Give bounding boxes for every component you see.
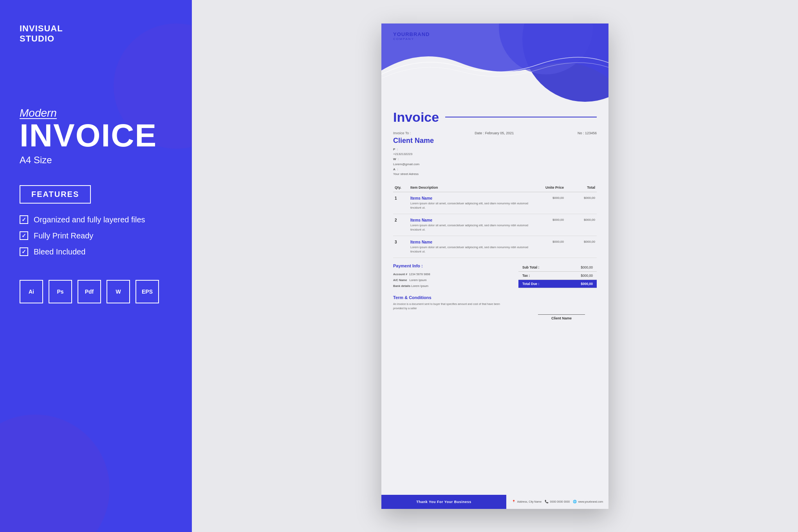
invoice-header: YOURBRAND COMPANY xyxy=(381,23,608,102)
subtotal-value: $000,00 xyxy=(581,265,593,269)
footer-info-section: 📍 Address, City Name 📞 0000 0000 0000 🌐 … xyxy=(506,500,608,503)
subtotal-label: Sub Total : xyxy=(522,265,539,269)
table-row: 2 Items Name Lorem ipsum dolor sit amet,… xyxy=(393,214,597,236)
row2-price: $000,00 xyxy=(530,214,565,236)
web-icon: 🌐 xyxy=(573,500,577,503)
footer-web-text: www.yourbrand.com xyxy=(578,500,603,503)
row1-qty: 1 xyxy=(393,192,409,214)
file-badge-word: W xyxy=(107,280,130,303)
tax-row: Tax : $000,00 xyxy=(518,272,597,280)
footer-address-text: Address, City Name xyxy=(517,500,542,503)
brand-sub: COMPANY xyxy=(393,37,430,41)
row1-price: $000,00 xyxy=(530,192,565,214)
row1-desc: Items Name Lorem ipsum dolor sit amet, c… xyxy=(409,192,530,214)
client-info: P : +2132132223 W : Lorem@gmail.com A : … xyxy=(393,147,597,177)
row3-qty: 3 xyxy=(393,236,409,258)
footer-address-item: 📍 Address, City Name xyxy=(512,500,542,503)
location-icon: 📍 xyxy=(512,500,516,503)
file-badge-ai: Ai xyxy=(20,280,43,303)
table-row: 1 Items Name Lorem ipsum dolor sit amet,… xyxy=(393,192,597,214)
features-box: FEATURES xyxy=(20,185,91,204)
left-panel: INVISUAL STUDIO Modern INVOICE A4 Size F… xyxy=(0,0,192,532)
feature-text-3: Bleed Included xyxy=(34,247,85,256)
checkbox-icon-2 xyxy=(20,231,28,240)
row1-total: $000,00 xyxy=(565,192,597,214)
terms-title: Term & Conditions xyxy=(393,295,597,300)
feature-item-1: Organized and fully layered files xyxy=(20,215,172,224)
tax-value: $000,00 xyxy=(581,274,593,278)
invoice-document: YOURBRAND COMPANY Invoice Invoice To : D… xyxy=(381,23,608,509)
footer-blue-section: Thank You For Your Business xyxy=(381,495,506,509)
payment-info: Payment Info : Account # 1234 5678 9898 … xyxy=(393,263,511,289)
feature-item-3: Bleed Included xyxy=(20,247,172,256)
totals-box: Sub Total : $000,00 Tax : $000,00 Total … xyxy=(518,263,597,289)
features-list: Organized and fully layered files Fully … xyxy=(20,215,172,256)
file-types: Ai Ps Pdf W EPS xyxy=(20,280,172,303)
total-due-row: Total Due : $000,00 xyxy=(518,280,597,288)
brand-main: YOURBRAND xyxy=(393,31,430,37)
invoice-title-row: Invoice xyxy=(393,110,597,125)
invoice-heading: Invoice xyxy=(393,110,439,125)
file-badge-ps: Ps xyxy=(49,280,72,303)
right-panel: YOURBRAND COMPANY Invoice Invoice To : D… xyxy=(192,0,798,532)
signature-label: Client Name xyxy=(538,316,585,320)
phone-icon: 📞 xyxy=(545,500,549,503)
client-name: Client Name xyxy=(393,137,597,145)
feature-text-1: Organized and fully layered files xyxy=(34,215,145,224)
client-web: W : Lorem@gmail.com xyxy=(393,157,597,167)
invoice-meta-row: Invoice To : Date : February 05, 2021 No… xyxy=(393,131,597,135)
checkbox-icon-1 xyxy=(20,215,28,224)
row2-desc: Items Name Lorem ipsum dolor sit amet, c… xyxy=(409,214,530,236)
col-price: Unite Price xyxy=(530,183,565,192)
row3-desc: Items Name Lorem ipsum dolor sit amet, c… xyxy=(409,236,530,258)
client-phone: P : +2132132223 xyxy=(393,147,597,157)
file-badge-pdf: Pdf xyxy=(78,280,101,303)
subtotal-row: Sub Total : $000,00 xyxy=(518,263,597,272)
invoice-date: Date : February 05, 2021 xyxy=(475,131,514,135)
brand-block: YOURBRAND COMPANY xyxy=(393,31,430,41)
payment-details: Account # 1234 5678 9898 A/C Name Lorem … xyxy=(393,271,511,289)
signature-block: Client Name xyxy=(538,314,585,320)
file-badge-eps: EPS xyxy=(135,280,159,303)
row3-total: $000,00 xyxy=(565,236,597,258)
bottom-section: Payment Info : Account # 1234 5678 9898 … xyxy=(393,263,597,289)
tax-label: Tax : xyxy=(522,274,530,278)
checkbox-icon-3 xyxy=(20,247,28,256)
payment-account-row: Account # 1234 5678 9898 xyxy=(393,272,430,276)
title-divider xyxy=(445,117,597,117)
payment-ac-row: A/C Name Lorem Ipsum xyxy=(393,278,426,282)
feature-item-2: Fully Print Ready xyxy=(20,231,172,240)
col-qty: Qty. xyxy=(393,183,409,192)
payment-title: Payment Info : xyxy=(393,263,511,268)
row2-qty: 2 xyxy=(393,214,409,236)
row3-price: $000,00 xyxy=(530,236,565,258)
footer-web-item: 🌐 www.yourbrand.com xyxy=(573,500,603,503)
footer-phone-item: 📞 0000 0000 0000 xyxy=(545,500,570,503)
total-due-value: $000,00 xyxy=(581,282,593,286)
client-address: A : Your street Adress xyxy=(393,167,597,177)
size-label: A4 Size xyxy=(20,155,172,166)
invoice-number: No : 123456 xyxy=(578,131,597,135)
payment-bank-row: Bank details Lorem Ipsum xyxy=(393,284,428,288)
signature-line xyxy=(538,314,585,315)
features-label: FEATURES xyxy=(31,190,79,198)
terms-section: Term & Conditions An invoice is a docume… xyxy=(393,295,597,310)
row2-total: $000,00 xyxy=(565,214,597,236)
total-due-label: Total Due : xyxy=(522,282,539,286)
invoice-title: INVOICE xyxy=(20,119,172,151)
feature-text-2: Fully Print Ready xyxy=(34,231,93,240)
terms-text: An invoice is a document sent to buyer t… xyxy=(393,302,503,310)
col-desc: Item Description xyxy=(409,183,530,192)
table-row: 3 Items Name Lorem ipsum dolor sit amet,… xyxy=(393,236,597,258)
footer-thank-text: Thank You For Your Business xyxy=(416,500,471,504)
footer-phone-text: 0000 0000 0000 xyxy=(550,500,570,503)
invoice-table: Qty. Item Description Unite Price Total … xyxy=(393,183,597,258)
col-total: Total xyxy=(565,183,597,192)
invoice-body: Invoice Invoice To : Date : February 05,… xyxy=(381,102,608,495)
signature-area: Client Name xyxy=(393,314,597,320)
studio-name: INVISUAL STUDIO xyxy=(20,23,172,44)
invoice-footer: Thank You For Your Business 📍 Address, C… xyxy=(381,495,608,509)
invoice-to-label: Invoice To : xyxy=(393,131,411,135)
